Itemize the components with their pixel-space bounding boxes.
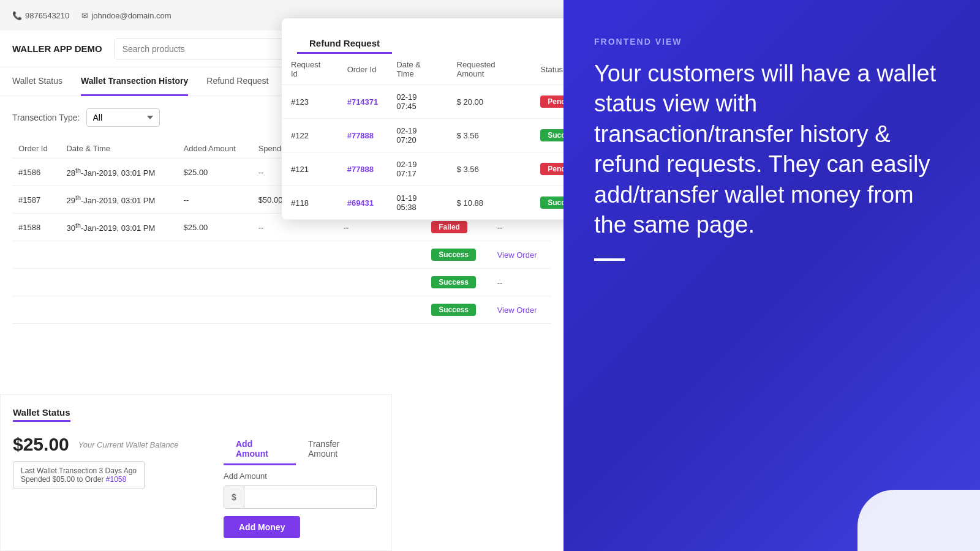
spent-text: Spended $05.00 to Order xyxy=(21,475,104,484)
col-added-amount: Added Amount xyxy=(178,139,252,159)
status-badge: Success xyxy=(431,304,476,316)
tab-transfer-amount[interactable]: Transfer Amount xyxy=(296,434,379,465)
table-row: Success View Order xyxy=(12,241,551,269)
transaction-type-select[interactable]: All Credit Debit xyxy=(86,108,160,127)
status-badge: Pending xyxy=(540,96,564,108)
refund-col-order-id: Order Id xyxy=(338,54,388,85)
last-transaction-text: Last Wallet Transection 3 Days Ago xyxy=(21,467,137,475)
order-link[interactable]: #1058 xyxy=(106,475,126,484)
add-money-button[interactable]: Add Money xyxy=(224,516,300,538)
refund-modal: Refund Request Request Id Order Id Date … xyxy=(282,18,564,220)
status-badge: Pending xyxy=(540,163,564,175)
phone-number: 9876543210 xyxy=(25,11,69,20)
table-row: Success -- xyxy=(12,269,551,296)
table-row: Success View Order xyxy=(12,296,551,324)
tab-wallet-status[interactable]: Wallet Status xyxy=(12,67,62,96)
view-order-link[interactable]: View Order xyxy=(497,305,537,315)
tab-add-amount[interactable]: Add Amount xyxy=(224,434,296,465)
filter-label: Transection Type: xyxy=(12,113,80,122)
refund-row: #123 #714371 02-19 07:45 $ 20.00 Pending xyxy=(282,85,564,119)
tab-refund-request[interactable]: Refund Request xyxy=(206,67,268,96)
email-info: ✉ johndoe@domain.com xyxy=(81,11,171,20)
status-badge: Success xyxy=(431,276,476,288)
status-badge: Failed xyxy=(431,221,467,233)
amount-prefix: $ xyxy=(224,486,244,508)
refund-col-status: Status xyxy=(531,54,564,85)
refund-col-date-time: Date & Time xyxy=(387,54,447,85)
search-input[interactable] xyxy=(115,39,301,59)
view-order-link[interactable]: View Order xyxy=(497,250,537,260)
frontend-description: Your customers will have a wallet status… xyxy=(594,59,949,240)
decorative-shape xyxy=(858,490,980,551)
wallet-status-title: Wallet Status xyxy=(13,407,70,422)
refund-row: #122 #77888 02-19 07:20 $ 3.56 Success xyxy=(282,119,564,152)
status-badge: Success xyxy=(540,197,564,209)
add-amount-section: Add Amount $ Add Money xyxy=(224,471,379,538)
amount-tabs: Add Amount Transfer Amount xyxy=(224,434,379,465)
tab-wallet-transaction-history[interactable]: Wallet Transection History xyxy=(81,67,188,96)
refund-table: Request Id Order Id Date & Time Requeste… xyxy=(282,54,564,220)
email-icon: ✉ xyxy=(81,11,88,20)
right-panel: FRONTEND VIEW Your customers will have a… xyxy=(564,0,980,551)
add-amount-label: Add Amount xyxy=(224,471,379,481)
refund-col-amount: Requested Amount xyxy=(448,54,532,85)
wallet-status-section: Wallet Status $25.00 Your Current Wallet… xyxy=(0,394,392,551)
status-badge: Success xyxy=(540,129,564,141)
left-panel: 📞 9876543210 ✉ johndoe@domain.com WALLER… xyxy=(0,0,564,551)
refund-modal-title: Refund Request xyxy=(297,28,392,54)
refund-col-request-id: Request Id xyxy=(282,54,338,85)
phone-icon: 📞 xyxy=(12,11,22,20)
col-order-id: Order Id xyxy=(12,139,60,159)
wallet-balance: $25.00 xyxy=(13,434,69,455)
frontend-label: FRONTEND VIEW xyxy=(594,37,949,47)
status-badge: Success xyxy=(431,249,476,261)
frontend-divider xyxy=(594,258,625,261)
email-address: johndoe@domain.com xyxy=(91,11,171,20)
refund-row: #121 #77888 02-19 07:17 $ 3.56 Pending xyxy=(282,152,564,186)
app-title: WALLER APP DEMO xyxy=(12,43,102,54)
phone-info: 📞 9876543210 xyxy=(12,11,69,20)
wallet-info-box: Last Wallet Transection 3 Days Ago Spend… xyxy=(13,461,145,489)
col-date-time: Date & Time xyxy=(60,139,177,159)
wallet-balance-label: Your Current Wallet Balance xyxy=(78,440,179,449)
amount-input-row: $ xyxy=(224,485,377,509)
amount-input[interactable] xyxy=(244,486,376,508)
refund-row: #118 #69431 01-19 05:38 $ 10.88 Success xyxy=(282,186,564,220)
